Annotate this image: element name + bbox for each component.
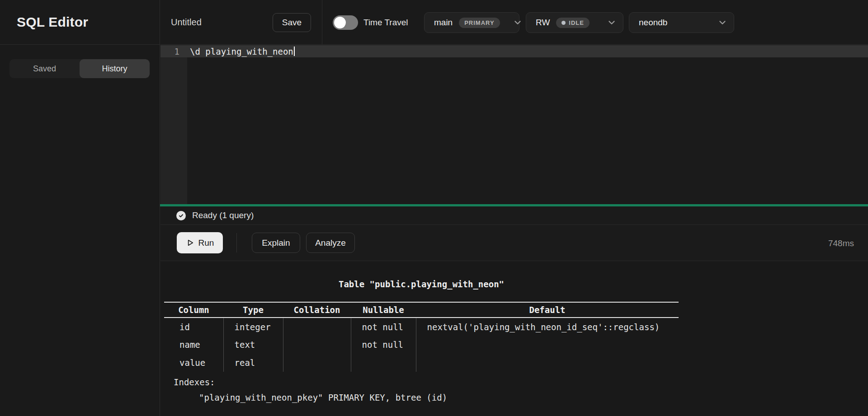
analyze-button[interactable]: Analyze: [306, 233, 355, 253]
sql-editor-app: SQL Editor Saved History Untitled Save T…: [0, 0, 868, 416]
database-name: neondb: [639, 18, 667, 28]
actionbar-divider: [236, 233, 237, 252]
table-header-row: Column Type Collation Nullable Default: [164, 302, 679, 318]
status-bar: Ready (1 query): [160, 206, 868, 224]
indexes-label: Indexes:: [174, 377, 679, 387]
table-cell: [351, 354, 416, 372]
chevron-down-icon: [607, 18, 617, 28]
column-header: Column: [164, 302, 223, 318]
table-cell: id: [164, 318, 223, 336]
compute-status-badge: IDLE: [556, 18, 590, 28]
table-cell: not null: [351, 318, 416, 336]
column-header: Type: [223, 302, 283, 318]
table-cell: name: [164, 336, 223, 354]
topbar-divider: [322, 0, 322, 45]
table-cell: [283, 336, 351, 354]
table-cell: [283, 318, 351, 336]
column-header: Default: [416, 302, 679, 318]
page-title: SQL Editor: [17, 14, 88, 30]
query-duration: 748ms: [828, 225, 854, 262]
compute-dropdown[interactable]: RW IDLE: [526, 12, 623, 33]
results-panel: Table "public.playing_with_neon" Column …: [160, 261, 868, 416]
explain-button[interactable]: Explain: [252, 233, 300, 253]
toggle-knob: [334, 17, 346, 28]
time-travel-label: Time Travel: [363, 0, 408, 45]
tab-history-label: History: [102, 64, 127, 74]
branch-dropdown[interactable]: main PRIMARY: [424, 12, 519, 33]
table-row: name text not null: [164, 336, 679, 354]
tab-saved[interactable]: Saved: [9, 59, 80, 78]
run-button[interactable]: Run: [177, 232, 223, 253]
table-cell: [416, 354, 679, 372]
action-bar: Run Explain Analyze 748ms: [160, 224, 868, 261]
table-cell: text: [223, 336, 283, 354]
sidebar-header: SQL Editor: [0, 0, 160, 45]
result-table-title: Table "public.playing_with_neon": [164, 279, 679, 292]
idle-status-dot-icon: [561, 21, 566, 25]
time-travel-toggle[interactable]: [333, 15, 358, 30]
table-cell: integer: [223, 318, 283, 336]
result-table: Column Type Collation Nullable Default i…: [164, 302, 679, 372]
table-cell: real: [223, 354, 283, 372]
topbar: Untitled Save Time Travel main PRIMARY R…: [160, 0, 868, 45]
compute-status-text: IDLE: [569, 19, 584, 26]
line-number: 1: [160, 47, 187, 56]
branch-primary-badge: PRIMARY: [459, 18, 500, 28]
column-header: Collation: [283, 302, 351, 318]
chevron-down-icon: [717, 18, 727, 28]
text-cursor: [294, 47, 295, 56]
tab-history[interactable]: History: [80, 59, 150, 78]
table-cell: nextval('playing_with_neon_id_seq'::regc…: [416, 318, 679, 336]
table-cell: [283, 354, 351, 372]
table-row: value real: [164, 354, 679, 372]
save-button[interactable]: Save: [273, 13, 311, 32]
tab-saved-label: Saved: [33, 64, 56, 74]
run-button-label: Run: [198, 238, 214, 248]
chevron-down-icon: [513, 18, 523, 28]
code-line: \d playing_with_neon: [190, 47, 293, 56]
index-item: "playing_with_neon_pkey" PRIMARY KEY, bt…: [199, 393, 679, 402]
status-message: Ready (1 query): [192, 210, 254, 220]
table-row: id integer not null nextval('playing_wit…: [164, 318, 679, 336]
database-dropdown[interactable]: neondb: [629, 12, 734, 33]
editor-active-line: 1 \d playing_with_neon: [160, 45, 868, 57]
results-output: Table "public.playing_with_neon" Column …: [164, 261, 679, 402]
compute-name: RW: [536, 18, 550, 28]
branch-name: main: [434, 18, 453, 28]
sidebar: SQL Editor Saved History: [0, 0, 160, 416]
table-cell: not null: [351, 336, 416, 354]
play-icon: [186, 238, 194, 247]
column-header: Nullable: [351, 302, 416, 318]
code-editor[interactable]: 1 \d playing_with_neon: [160, 45, 868, 204]
table-cell: [416, 336, 679, 354]
editor-gutter: [160, 45, 187, 204]
ready-check-icon: [176, 211, 186, 220]
query-title: Untitled: [171, 0, 202, 45]
table-cell: value: [164, 354, 223, 372]
saved-history-segmented-control: Saved History: [9, 59, 150, 78]
